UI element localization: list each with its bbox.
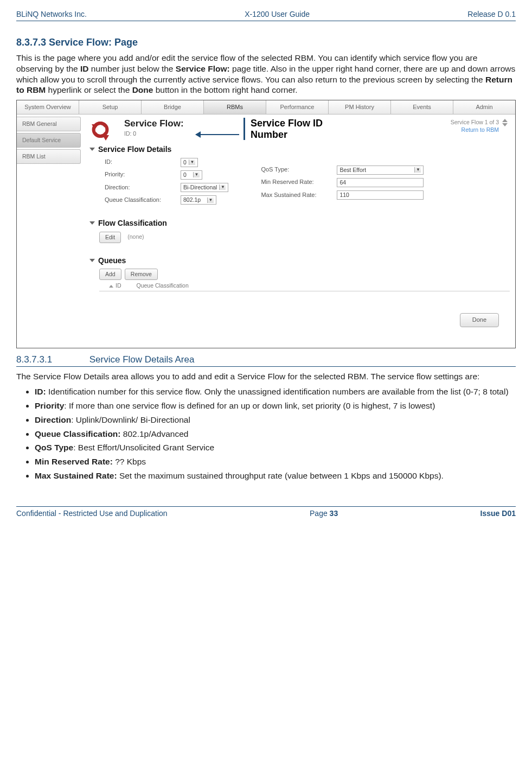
val: 0 [183, 159, 187, 166]
screenshot-service-flow-page: System Overview Setup Bridge RBMs Perfor… [16, 100, 516, 348]
val: Best Effort [339, 167, 366, 174]
col-queue-class[interactable]: Queue Classification [137, 282, 189, 289]
list-item: Queue Classification: 802.1p/Advanced [35, 429, 516, 440]
dropdown-icon: ▼ [414, 167, 421, 173]
pager-count: Service Flow 1 of 3 [451, 119, 499, 125]
caret-icon[interactable] [89, 221, 95, 225]
shot-body: RBM General Default Service RBM List Ser… [17, 114, 515, 348]
lbl-direction: Direction: [105, 184, 181, 192]
lbl-max-sustained: Max Sustained Rate: [261, 192, 337, 199]
lbl-priority: Priority: [105, 171, 181, 179]
sidebar-rbm-general[interactable]: RBM General [17, 117, 81, 131]
li-bold: Direction [35, 415, 71, 424]
page-footer: Confidential - Restricted Use and Duplic… [16, 509, 516, 520]
bold-id: ID [80, 64, 89, 73]
section-heading-8373: 8.3.7.3 Service Flow: Page [16, 36, 516, 49]
sec-title: Service Flow: Page [49, 37, 138, 48]
select-qos-type[interactable]: Best Effort▼ [337, 165, 424, 175]
bold-sf: Service Flow: [176, 64, 230, 73]
main-panel: Service Flow: ID: 0 Service Flow ID Numb… [81, 114, 515, 348]
bold-done: Done [132, 85, 153, 94]
tab-system-overview[interactable]: System Overview [17, 100, 79, 114]
txt: hyperlink or select the [46, 85, 132, 94]
tab-rbms[interactable]: RBMs [204, 100, 266, 114]
service-flow-header: Service Flow: ID: 0 Service Flow ID Numb… [89, 118, 510, 141]
return-to-rbm-link[interactable]: Return to RBM [462, 126, 499, 133]
select-priority[interactable]: 0▼ [181, 170, 202, 180]
dropdown-icon: ▼ [207, 198, 214, 203]
pager-down-icon[interactable] [502, 123, 508, 126]
sidebar-default-service[interactable]: Default Service [17, 133, 81, 148]
grp-label: Flow Classification [98, 219, 167, 227]
input-max-sustained[interactable]: 110 [337, 190, 424, 200]
annot-l2: Number [251, 129, 287, 140]
li-text: ?? Kbps [113, 457, 146, 466]
queues-table-header: ID Queue Classification [109, 282, 510, 289]
service-flow-title: Service Flow: [124, 118, 184, 129]
tab-events[interactable]: Events [391, 100, 453, 114]
pager-up-icon[interactable] [502, 119, 508, 122]
remove-button[interactable]: Remove [125, 269, 158, 280]
flow-none-text: (none) [127, 233, 144, 240]
li-text: Identification number for this service f… [46, 387, 509, 396]
dropdown-icon: ▼ [189, 160, 195, 165]
li-text: : Uplink/Downlink/ Bi-Directional [71, 415, 190, 424]
li-bold: Max Sustained Rate: [35, 471, 117, 480]
hdr-rule [16, 21, 516, 21]
tab-performance[interactable]: Performance [266, 100, 329, 114]
li-bold: Priority [35, 401, 64, 410]
list-item: Max Sustained Rate: Set the maximum sust… [35, 470, 516, 481]
list-item: Min Reserved Rate: ?? Kbps [35, 456, 516, 467]
dropdown-icon: ▼ [193, 172, 200, 177]
li-text: : Best Effort/Unsolicited Grant Service [73, 443, 214, 452]
hdr-center: X-1200 User Guide [245, 10, 310, 20]
lbl-queue-class: Queue Classification: [105, 196, 181, 204]
caret-icon[interactable] [89, 259, 95, 262]
tab-admin[interactable]: Admin [453, 100, 515, 114]
done-button[interactable]: Done [460, 313, 499, 327]
ftr-left: Confidential - Restricted Use and Duplic… [16, 509, 168, 519]
page-header: BLiNQ Networks Inc. X-1200 User Guide Re… [16, 10, 516, 21]
txt: button in the bottom right hand corner. [153, 85, 297, 94]
li-text: : If more than one service flow is defin… [64, 401, 435, 410]
left-sidebar: RBM General Default Service RBM List [17, 114, 81, 348]
service-flow-id-text: ID: 0 [124, 130, 184, 137]
li-bold: QoS Type [35, 443, 73, 452]
annot-l1: Service Flow ID [251, 118, 323, 129]
edit-button[interactable]: Edit [99, 232, 121, 243]
list-item: Direction: Uplink/Downlink/ Bi-Direction… [35, 415, 516, 425]
refresh-icon [89, 119, 111, 141]
sec2-para: The Service Flow Details area allows you… [16, 371, 516, 382]
add-button[interactable]: Add [99, 269, 121, 280]
li-bold: Queue Classification: [35, 429, 120, 438]
annotation-arrow [196, 134, 239, 135]
hdr-left: BLiNQ Networks Inc. [16, 10, 87, 20]
col-id[interactable]: ID [116, 282, 121, 289]
sec2-num: 8.3.7.3.1 [16, 354, 87, 365]
section-heading-83731: 8.3.7.3.1 Service Flow Details Area [16, 354, 516, 367]
tab-bridge[interactable]: Bridge [142, 100, 204, 114]
ftr-page: Page 33 [310, 509, 338, 519]
pg-num: 33 [330, 509, 338, 518]
select-id[interactable]: 0▼ [181, 158, 198, 167]
select-queue-class[interactable]: 802.1p▼ [181, 195, 216, 205]
list-item: Priority: If more than one service flow … [35, 400, 516, 411]
pager-area: Service Flow 1 of 3 Return to RBM [451, 119, 508, 133]
li-text: 802.1p/Advanced [120, 429, 188, 438]
tab-pm-history[interactable]: PM History [329, 100, 391, 114]
grp-label: Queues [98, 256, 126, 265]
sec-num: 8.3.7.3 [16, 37, 46, 48]
tab-setup[interactable]: Setup [79, 100, 142, 114]
sec2-title: Service Flow Details Area [89, 354, 195, 365]
sec1-paragraph: This is the page where you add and/or ed… [16, 53, 516, 96]
list-item: QoS Type: Best Effort/Unsolicited Grant … [35, 442, 516, 453]
sidebar-rbm-list[interactable]: RBM List [17, 149, 81, 164]
li-text: Set the maximum sustained throughput rat… [117, 471, 444, 480]
dropdown-icon: ▼ [219, 184, 226, 190]
select-direction[interactable]: Bi-Directional▼ [181, 183, 228, 192]
sort-asc-icon[interactable] [109, 285, 113, 288]
group-queues: Queues [89, 256, 510, 266]
caret-icon[interactable] [89, 148, 95, 151]
lbl-qos-type: QoS Type: [261, 166, 337, 174]
input-min-reserved[interactable]: 64 [337, 178, 424, 187]
